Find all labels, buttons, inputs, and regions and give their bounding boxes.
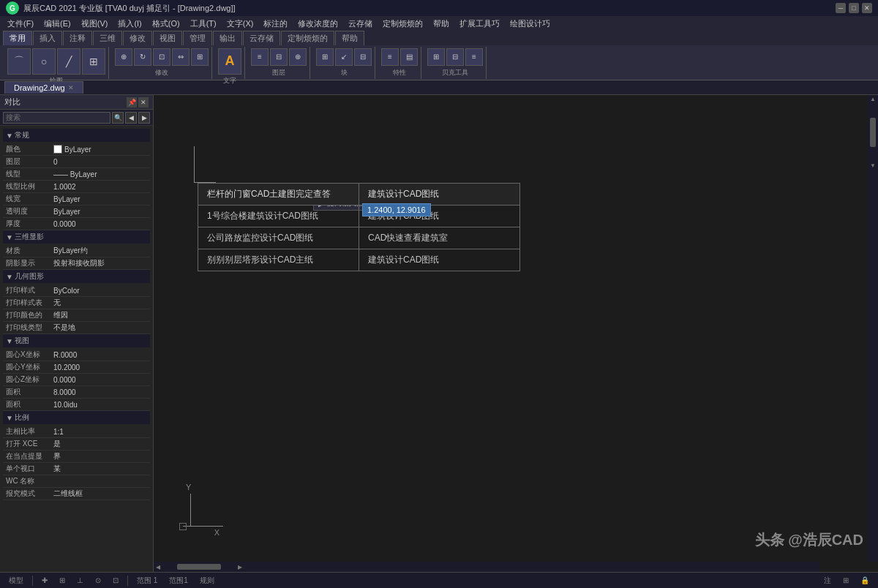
insert-icon[interactable]: ↙ [335, 48, 353, 66]
minimize-button[interactable]: ─ [836, 3, 846, 13]
util1-icon[interactable]: ⊞ [427, 48, 445, 66]
prop-area2: 面积 10.0idu [3, 399, 150, 411]
menu-item[interactable]: 云存储 [344, 17, 377, 31]
vertical-scrollbar[interactable]: ▲ ▼ [868, 95, 878, 562]
menu-item[interactable]: 编辑(E) [40, 17, 75, 31]
circle-icon[interactable]: ○ [32, 48, 56, 75]
ribbon-tab[interactable]: 定制烦烦的 [281, 31, 334, 45]
menu-bar: 文件(F)编辑(E)视图(V)插入(I)格式(O)工具(T)文字(X)标注的修改… [0, 16, 878, 31]
ribbon-tab[interactable]: 管理 [183, 31, 212, 45]
move-icon[interactable]: ⊕ [115, 48, 132, 66]
scroll-right-arrow[interactable]: ▶ [236, 563, 244, 571]
status-lock[interactable]: 🔒 [858, 576, 872, 584]
panel-title: 对比 [4, 97, 127, 108]
prop-scale-ratio: 主相比率 1:1 [3, 426, 150, 438]
layer-icon[interactable]: ≡ [251, 48, 269, 66]
status-grid[interactable]: ⊞ [56, 576, 68, 584]
prop-print-style: 打印样式 ByColor [3, 284, 150, 297]
block-icon[interactable]: ⊞ [316, 48, 334, 66]
view-icon[interactable]: ⊞ [82, 48, 105, 75]
ribbon-tab[interactable]: 常用 [3, 31, 32, 45]
prop-shadow: 阴影显示 投射和接收阴影 [3, 257, 150, 270]
status-polar[interactable]: ⊙ [92, 576, 104, 584]
layer3-icon[interactable]: ⊕ [289, 48, 307, 66]
menu-item[interactable]: 扩展工具巧 [455, 17, 504, 31]
coord-popup[interactable]: 1.2400, 12.9016 [362, 203, 431, 216]
status-rule[interactable]: 规则 [197, 576, 217, 586]
menu-item[interactable]: 插入(I) [113, 17, 146, 31]
menu-item[interactable]: 工具(T) [186, 17, 221, 31]
ribbon-tab[interactable]: 输出 [213, 31, 242, 45]
prop-print-color: 打印颜色的 维因 [3, 309, 150, 322]
search-button[interactable]: 🔍 [112, 112, 124, 124]
status-range-2[interactable]: 范围1 [166, 576, 191, 586]
scroll-down-arrow[interactable]: ▼ [868, 162, 878, 170]
menu-item[interactable]: 定制烦烦的 [378, 17, 427, 31]
horizontal-scrollbar[interactable]: ◀ ▶ [154, 562, 819, 572]
arc-icon[interactable]: ⌒ [7, 48, 31, 75]
status-snap[interactable]: ✚ [39, 576, 50, 584]
ribbon-group-label-4: 图层 [272, 68, 285, 78]
ribbon-tab[interactable]: 视图 [153, 31, 182, 45]
qrcode-icon[interactable]: ⊟ [354, 48, 372, 66]
scroll-left-arrow[interactable]: ◀ [154, 563, 162, 571]
prop-icon[interactable]: ≡ [381, 48, 399, 66]
tab-bar: Drawing2.dwg ✕ [0, 80, 878, 95]
ribbon-group-insert: ⊞ ↙ ⊟ 块 [313, 47, 375, 79]
prop2-icon[interactable]: ▤ [400, 48, 418, 66]
section-header-geo[interactable]: ▼几何图形 [3, 270, 150, 283]
scroll-thumb-horizontal[interactable] [177, 564, 221, 570]
menu-item[interactable]: 格式(O) [148, 17, 184, 31]
ribbon-tab[interactable]: 修改 [123, 31, 152, 45]
drawing-tab[interactable]: Drawing2.dwg ✕ [4, 81, 83, 94]
ribbon-tabs: 常用插入注释三维修改视图管理输出云存储定制烦烦的帮助 [0, 31, 878, 45]
scroll-thumb-vertical[interactable] [870, 118, 876, 147]
menu-item[interactable]: 文字(X) [222, 17, 258, 31]
tab-close-icon[interactable]: ✕ [68, 84, 74, 91]
status-workspace[interactable]: ⊞ [840, 576, 852, 584]
ribbon-tab[interactable]: 帮助 [335, 31, 364, 45]
menu-item[interactable]: 修改浓度的 [293, 17, 342, 31]
section-header-3d[interactable]: ▼三维显影 [3, 230, 150, 244]
menu-item[interactable]: 文件(F) [3, 17, 38, 31]
util2-icon[interactable]: ⊟ [446, 48, 464, 66]
text-a-icon[interactable]: A [218, 48, 241, 75]
ribbon-tab[interactable]: 注释 [63, 31, 92, 45]
line-icon[interactable]: ╱ [57, 48, 80, 75]
panel-pin-button[interactable]: 📌 [127, 97, 137, 108]
search-prev-button[interactable]: ◀ [125, 112, 137, 124]
status-range-1[interactable]: 范围 1 [134, 576, 160, 586]
menu-item[interactable]: 标注的 [259, 17, 292, 31]
ribbon-tab[interactable]: 云存储 [243, 31, 280, 45]
panel-header: 对比 📌 ✕ [0, 95, 153, 110]
maximize-button[interactable]: □ [849, 3, 859, 13]
status-annotation[interactable]: 注 [821, 576, 834, 586]
close-button[interactable]: ✕ [862, 3, 872, 13]
util3-icon[interactable]: ≡ [465, 48, 483, 66]
rotate-icon[interactable]: ↻ [134, 48, 151, 66]
layer2-icon[interactable]: ⊟ [270, 48, 288, 66]
mirror-icon[interactable]: ⇔ [172, 48, 190, 66]
search-next-button[interactable]: ▶ [138, 112, 150, 124]
scale-icon[interactable]: ⊡ [153, 48, 170, 66]
ribbon-group-label-6: 特性 [393, 68, 406, 78]
menu-item[interactable]: 视图(V) [77, 17, 113, 31]
copy-icon[interactable]: ⊞ [191, 48, 209, 66]
scroll-up-arrow[interactable]: ▲ [868, 95, 878, 103]
menu-item[interactable]: 绘图设计巧 [506, 17, 555, 31]
status-ortho[interactable]: ⊥ [74, 576, 86, 584]
section-header-view[interactable]: ▼视图 [3, 334, 150, 347]
table-header-col1: 栏杆的门窗CAD土建图完定查答 [198, 184, 359, 206]
status-osnap[interactable]: ⊡ [110, 576, 121, 584]
menu-item[interactable]: 帮助 [429, 17, 454, 31]
ribbon-tab[interactable]: 插入 [33, 31, 62, 45]
canvas-area[interactable]: ▶ 提高输入点： 1.2400, 12.9016 栏杆的门窗CAD土建图完定查答… [154, 95, 878, 572]
status-model[interactable]: 模型 [6, 576, 26, 586]
search-input[interactable] [3, 112, 110, 124]
section-header-scale[interactable]: ▼比例 [3, 411, 150, 424]
ribbon-tab[interactable]: 三维 [93, 31, 122, 45]
table-row: 1号综合楼建筑设计CAD图纸 建筑设计CAD图纸 [198, 206, 520, 227]
panel-close-button[interactable]: ✕ [138, 97, 149, 108]
section-header-changyong[interactable]: ▼常规 [3, 129, 150, 142]
main-layout: 对比 📌 ✕ 🔍 ◀ ▶ ▼常规 颜色 ByLayer 图层 0 [0, 95, 878, 572]
